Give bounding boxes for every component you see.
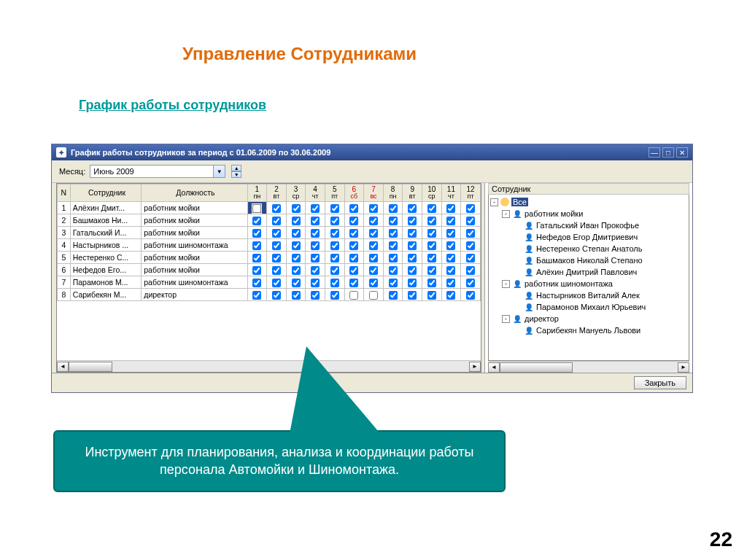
day-header-5[interactable]: 5пт — [325, 184, 344, 202]
day-cell[interactable] — [422, 288, 442, 300]
day-checkbox[interactable] — [330, 254, 339, 262]
day-header-3[interactable]: 3ср — [286, 184, 306, 202]
day-cell[interactable] — [461, 214, 481, 226]
day-cell[interactable] — [286, 226, 306, 238]
day-checkbox[interactable] — [446, 291, 455, 300]
day-checkbox[interactable] — [427, 279, 436, 287]
day-cell[interactable] — [344, 251, 364, 263]
day-checkbox[interactable] — [252, 266, 261, 275]
day-cell[interactable] — [325, 288, 344, 300]
day-checkbox[interactable] — [330, 241, 339, 250]
position-cell[interactable]: работник мойки — [142, 263, 247, 276]
day-cell[interactable] — [325, 251, 344, 263]
day-checkbox[interactable] — [311, 291, 320, 300]
table-row[interactable]: 7Парамонов М...работник шиномонтажа — [58, 276, 481, 288]
day-checkbox[interactable] — [252, 229, 261, 238]
day-cell[interactable] — [461, 251, 481, 263]
day-checkbox[interactable] — [330, 266, 339, 275]
maximize-button[interactable]: □ — [662, 147, 674, 158]
day-checkbox[interactable] — [349, 266, 358, 275]
employee-cell[interactable]: Сарибекян М... — [70, 288, 142, 300]
day-checkbox[interactable] — [446, 217, 455, 225]
day-checkbox[interactable] — [466, 217, 475, 225]
expand-icon[interactable]: - — [502, 315, 510, 323]
day-checkbox[interactable] — [252, 204, 261, 213]
tree-row[interactable]: 👤Нестеренко Степан Анатоль — [490, 243, 689, 254]
tree-row[interactable]: 👤Алёхин Дмитрий Павлович — [490, 266, 689, 278]
day-cell[interactable] — [247, 276, 267, 288]
day-checkbox[interactable] — [311, 254, 320, 262]
tree-row[interactable]: 👤Сарибекян Мануель Львови — [490, 324, 689, 336]
day-checkbox[interactable] — [389, 204, 398, 213]
day-checkbox[interactable] — [446, 254, 455, 262]
table-row[interactable]: 6Нефедов Его...работник мойки — [58, 263, 481, 276]
day-cell[interactable] — [344, 276, 364, 288]
day-checkbox[interactable] — [292, 266, 301, 275]
day-checkbox[interactable] — [427, 254, 436, 262]
day-header-8[interactable]: 8пн — [383, 184, 403, 202]
day-cell[interactable] — [286, 214, 306, 226]
day-cell[interactable] — [306, 276, 325, 288]
position-cell[interactable]: работник шиномонтажа — [142, 276, 247, 288]
day-cell[interactable] — [306, 238, 325, 251]
day-cell[interactable] — [403, 276, 422, 288]
day-cell[interactable] — [286, 276, 306, 288]
day-checkbox[interactable] — [272, 217, 281, 225]
day-cell[interactable] — [441, 226, 461, 238]
day-checkbox[interactable] — [272, 266, 281, 275]
day-header-1[interactable]: 1пн — [247, 184, 267, 202]
day-cell[interactable] — [461, 263, 481, 276]
day-cell[interactable] — [422, 276, 442, 288]
day-checkbox[interactable] — [349, 204, 358, 213]
day-checkbox[interactable] — [466, 291, 475, 300]
day-checkbox[interactable] — [292, 217, 301, 225]
day-cell[interactable] — [461, 238, 481, 251]
day-cell[interactable] — [422, 251, 442, 263]
position-cell[interactable]: работник мойки — [142, 251, 247, 263]
day-checkbox[interactable] — [369, 254, 378, 262]
day-cell[interactable] — [441, 201, 461, 214]
day-cell[interactable] — [247, 238, 267, 251]
day-cell[interactable] — [247, 214, 267, 226]
day-checkbox[interactable] — [446, 266, 455, 275]
employee-cell[interactable]: Нестеренко С... — [70, 251, 142, 263]
day-header-10[interactable]: 10ср — [422, 184, 442, 202]
day-cell[interactable] — [267, 226, 287, 238]
day-cell[interactable] — [267, 201, 287, 214]
employee-cell[interactable]: Башмаков Ни... — [70, 214, 142, 226]
day-cell[interactable] — [364, 276, 384, 288]
day-checkbox[interactable] — [427, 204, 436, 213]
employee-cell[interactable]: Гатальский И... — [70, 226, 142, 238]
day-cell[interactable] — [325, 226, 344, 238]
tree-row[interactable]: 👤Нефедов Егор Дмитриевич — [490, 231, 689, 243]
day-cell[interactable] — [383, 251, 403, 263]
day-checkbox[interactable] — [330, 217, 339, 225]
day-cell[interactable] — [364, 251, 384, 263]
day-checkbox[interactable] — [272, 229, 281, 238]
expand-icon[interactable]: - — [490, 198, 498, 206]
day-cell[interactable] — [383, 226, 403, 238]
day-cell[interactable] — [306, 214, 325, 226]
employee-cell[interactable]: Парамонов М... — [70, 276, 142, 288]
day-cell[interactable] — [403, 201, 422, 214]
scroll-left-icon[interactable]: ◄ — [57, 362, 69, 372]
day-checkbox[interactable] — [272, 291, 281, 300]
day-checkbox[interactable] — [369, 266, 378, 275]
day-checkbox[interactable] — [408, 204, 417, 213]
month-up-button[interactable]: ▲ — [231, 165, 241, 171]
day-cell[interactable] — [306, 251, 325, 263]
day-cell[interactable] — [286, 288, 306, 300]
day-cell[interactable] — [267, 251, 287, 263]
close-dialog-button[interactable]: Закрыть — [634, 376, 686, 389]
month-dropdown-icon[interactable]: ▼ — [214, 165, 225, 178]
day-cell[interactable] — [325, 214, 344, 226]
day-cell[interactable] — [441, 251, 461, 263]
day-checkbox[interactable] — [311, 279, 320, 287]
day-checkbox[interactable] — [389, 266, 398, 275]
day-cell[interactable] — [364, 238, 384, 251]
day-checkbox[interactable] — [272, 241, 281, 250]
day-checkbox[interactable] — [349, 279, 358, 287]
day-checkbox[interactable] — [272, 279, 281, 287]
day-checkbox[interactable] — [427, 291, 436, 300]
day-checkbox[interactable] — [311, 229, 320, 238]
